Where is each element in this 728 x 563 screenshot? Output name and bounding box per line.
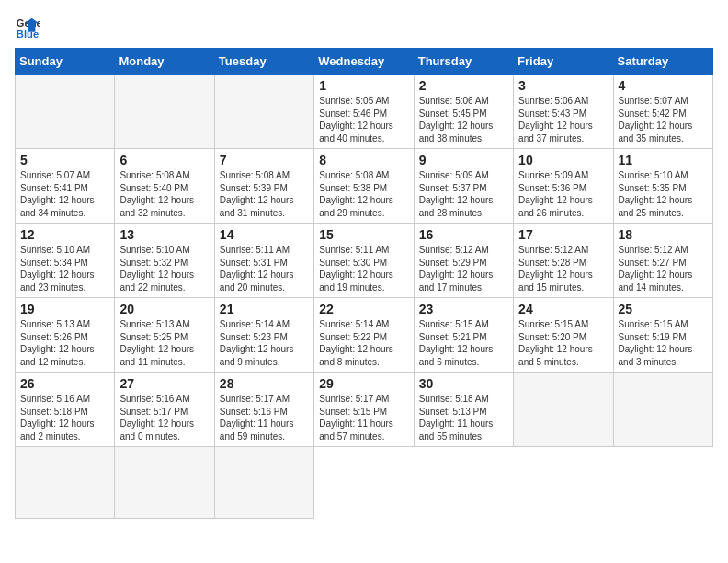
day-info: Sunrise: 5:16 AM Sunset: 5:17 PM Dayligh…: [119, 393, 209, 442]
day-number: 10: [518, 153, 608, 167]
calendar-cell: 10Sunrise: 5:09 AM Sunset: 5:36 PM Dayli…: [514, 149, 613, 224]
weekday-header-saturday: Saturday: [613, 49, 712, 75]
day-info: Sunrise: 5:15 AM Sunset: 5:21 PM Dayligh…: [419, 318, 508, 368]
day-info: Sunrise: 5:11 AM Sunset: 5:31 PM Dayligh…: [220, 244, 309, 293]
calendar-cell: 9Sunrise: 5:09 AM Sunset: 5:37 PM Daylig…: [414, 149, 513, 224]
page-header: General Blue: [15, 15, 713, 40]
day-number: 5: [20, 153, 109, 167]
day-info: Sunrise: 5:07 AM Sunset: 5:41 PM Dayligh…: [20, 169, 109, 219]
day-info: Sunrise: 5:08 AM Sunset: 5:38 PM Dayligh…: [319, 169, 408, 219]
day-number: 19: [20, 302, 109, 316]
day-info: Sunrise: 5:12 AM Sunset: 5:28 PM Dayligh…: [518, 244, 608, 293]
day-number: 1: [319, 78, 408, 93]
calendar-cell: 27Sunrise: 5:16 AM Sunset: 5:17 PM Dayli…: [115, 373, 214, 447]
calendar-cell: 26Sunrise: 5:16 AM Sunset: 5:18 PM Dayli…: [16, 373, 115, 447]
calendar-cell: 21Sunrise: 5:14 AM Sunset: 5:23 PM Dayli…: [214, 298, 313, 373]
calendar-cell: 25Sunrise: 5:15 AM Sunset: 5:19 PM Dayli…: [613, 298, 712, 373]
day-number: 13: [119, 227, 209, 242]
calendar-cell: 15Sunrise: 5:11 AM Sunset: 5:30 PM Dayli…: [314, 224, 414, 298]
day-info: Sunrise: 5:13 AM Sunset: 5:25 PM Dayligh…: [119, 318, 209, 368]
calendar-cell: 4Sunrise: 5:07 AM Sunset: 5:42 PM Daylig…: [613, 75, 712, 149]
day-info: Sunrise: 5:17 AM Sunset: 5:16 PM Dayligh…: [220, 393, 309, 442]
day-info: Sunrise: 5:07 AM Sunset: 5:42 PM Dayligh…: [619, 95, 708, 144]
calendar-cell: 2Sunrise: 5:06 AM Sunset: 5:45 PM Daylig…: [414, 75, 513, 149]
day-info: Sunrise: 5:16 AM Sunset: 5:18 PM Dayligh…: [20, 393, 109, 442]
day-info: Sunrise: 5:17 AM Sunset: 5:15 PM Dayligh…: [319, 393, 408, 442]
day-info: Sunrise: 5:13 AM Sunset: 5:26 PM Dayligh…: [20, 318, 109, 368]
day-number: 7: [220, 153, 309, 167]
calendar-week-row: 1Sunrise: 5:05 AM Sunset: 5:46 PM Daylig…: [16, 75, 713, 149]
day-info: Sunrise: 5:18 AM Sunset: 5:13 PM Dayligh…: [419, 393, 508, 442]
calendar-cell: 29Sunrise: 5:17 AM Sunset: 5:15 PM Dayli…: [314, 373, 414, 447]
weekday-header-thursday: Thursday: [414, 49, 513, 75]
day-info: Sunrise: 5:10 AM Sunset: 5:35 PM Dayligh…: [619, 169, 708, 219]
calendar-week-row: 19Sunrise: 5:13 AM Sunset: 5:26 PM Dayli…: [16, 298, 713, 373]
day-info: Sunrise: 5:12 AM Sunset: 5:29 PM Dayligh…: [419, 244, 508, 293]
day-info: Sunrise: 5:08 AM Sunset: 5:39 PM Dayligh…: [220, 169, 309, 219]
day-number: 6: [119, 153, 209, 167]
day-info: Sunrise: 5:15 AM Sunset: 5:20 PM Dayligh…: [518, 318, 608, 368]
day-number: 9: [419, 153, 508, 167]
weekday-header-sunday: Sunday: [16, 49, 115, 75]
day-info: Sunrise: 5:06 AM Sunset: 5:43 PM Dayligh…: [518, 95, 608, 144]
calendar-cell: 6Sunrise: 5:08 AM Sunset: 5:40 PM Daylig…: [115, 149, 214, 224]
calendar-cell: 3Sunrise: 5:06 AM Sunset: 5:43 PM Daylig…: [514, 75, 613, 149]
calendar-cell: 13Sunrise: 5:10 AM Sunset: 5:32 PM Dayli…: [115, 224, 214, 298]
day-number: 14: [220, 227, 309, 242]
weekday-header-row: SundayMondayTuesdayWednesdayThursdayFrid…: [16, 49, 713, 75]
calendar-cell: [214, 75, 313, 149]
weekday-header-friday: Friday: [514, 49, 613, 75]
calendar-cell: [115, 447, 214, 519]
calendar-table: SundayMondayTuesdayWednesdayThursdayFrid…: [15, 48, 713, 519]
calendar-cell: 18Sunrise: 5:12 AM Sunset: 5:27 PM Dayli…: [613, 224, 712, 298]
day-info: Sunrise: 5:05 AM Sunset: 5:46 PM Dayligh…: [319, 95, 408, 144]
day-number: 4: [619, 78, 708, 93]
calendar-cell: 22Sunrise: 5:14 AM Sunset: 5:22 PM Dayli…: [314, 298, 414, 373]
calendar-cell: [613, 373, 712, 447]
day-number: 17: [518, 227, 608, 242]
day-info: Sunrise: 5:10 AM Sunset: 5:34 PM Dayligh…: [20, 244, 109, 293]
calendar-cell: 30Sunrise: 5:18 AM Sunset: 5:13 PM Dayli…: [414, 373, 513, 447]
weekday-header-tuesday: Tuesday: [214, 49, 313, 75]
calendar-cell: 28Sunrise: 5:17 AM Sunset: 5:16 PM Dayli…: [214, 373, 313, 447]
day-info: Sunrise: 5:09 AM Sunset: 5:37 PM Dayligh…: [419, 169, 508, 219]
day-number: 20: [119, 302, 209, 316]
calendar-body: 1Sunrise: 5:05 AM Sunset: 5:46 PM Daylig…: [16, 75, 713, 519]
day-info: Sunrise: 5:14 AM Sunset: 5:23 PM Dayligh…: [220, 318, 309, 368]
day-info: Sunrise: 5:09 AM Sunset: 5:36 PM Dayligh…: [518, 169, 608, 219]
calendar-cell: [16, 75, 115, 149]
calendar-week-row: 26Sunrise: 5:16 AM Sunset: 5:18 PM Dayli…: [16, 373, 713, 447]
day-number: 11: [619, 153, 708, 167]
calendar-cell: 14Sunrise: 5:11 AM Sunset: 5:31 PM Dayli…: [214, 224, 313, 298]
calendar-cell: [115, 75, 214, 149]
day-info: Sunrise: 5:14 AM Sunset: 5:22 PM Dayligh…: [319, 318, 408, 368]
svg-text:Blue: Blue: [17, 29, 39, 40]
calendar-cell: 23Sunrise: 5:15 AM Sunset: 5:21 PM Dayli…: [414, 298, 513, 373]
calendar-cell: 7Sunrise: 5:08 AM Sunset: 5:39 PM Daylig…: [214, 149, 313, 224]
logo-icon: General Blue: [15, 15, 40, 40]
calendar-cell: 8Sunrise: 5:08 AM Sunset: 5:38 PM Daylig…: [314, 149, 414, 224]
calendar-cell: 1Sunrise: 5:05 AM Sunset: 5:46 PM Daylig…: [314, 75, 414, 149]
day-number: 30: [419, 376, 508, 391]
day-number: 25: [619, 302, 708, 316]
day-number: 29: [319, 376, 408, 391]
day-number: 18: [619, 227, 708, 242]
calendar-cell: 19Sunrise: 5:13 AM Sunset: 5:26 PM Dayli…: [16, 298, 115, 373]
day-info: Sunrise: 5:12 AM Sunset: 5:27 PM Dayligh…: [619, 244, 708, 293]
day-number: 22: [319, 302, 408, 316]
calendar-cell: 17Sunrise: 5:12 AM Sunset: 5:28 PM Dayli…: [514, 224, 613, 298]
calendar-cell: 12Sunrise: 5:10 AM Sunset: 5:34 PM Dayli…: [16, 224, 115, 298]
day-number: 24: [518, 302, 608, 316]
day-info: Sunrise: 5:11 AM Sunset: 5:30 PM Dayligh…: [319, 244, 408, 293]
day-number: 15: [319, 227, 408, 242]
day-number: 3: [518, 78, 608, 93]
day-number: 8: [319, 153, 408, 167]
day-info: Sunrise: 5:06 AM Sunset: 5:45 PM Dayligh…: [419, 95, 508, 144]
calendar-cell: [214, 447, 313, 519]
day-number: 16: [419, 227, 508, 242]
calendar-cell: 16Sunrise: 5:12 AM Sunset: 5:29 PM Dayli…: [414, 224, 513, 298]
weekday-header-monday: Monday: [115, 49, 214, 75]
calendar-week-row: 5Sunrise: 5:07 AM Sunset: 5:41 PM Daylig…: [16, 149, 713, 224]
weekday-header-wednesday: Wednesday: [314, 49, 414, 75]
day-number: 12: [20, 227, 109, 242]
